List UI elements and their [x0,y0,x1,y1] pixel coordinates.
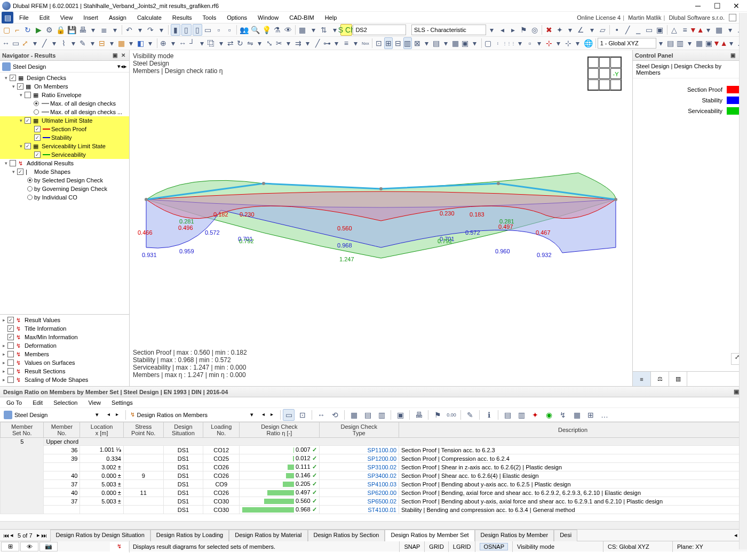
tmenu-selection[interactable]: Selection [48,398,83,407]
chevron-down-icon[interactable]: ▾ [156,24,166,36]
node-icon[interactable]: • [612,24,622,36]
res-k-icon[interactable]: ▫ [526,37,534,49]
panel-bottom-icon[interactable]: ▭ [203,24,213,36]
globe-icon[interactable]: 🌐 [583,37,593,49]
sch-badge[interactable]: S Ch [340,24,352,36]
chevron-down-icon[interactable]: ▾ [332,37,341,49]
menu-calculate[interactable]: Calculate [132,13,167,22]
search-icon[interactable]: 🔍 [250,24,260,36]
chevron-down-icon[interactable]: ▾ [725,24,735,36]
res-d-icon[interactable]: ▥ [403,37,412,49]
chevron-down-icon[interactable]: ▾ [352,37,360,49]
viewport[interactable]: Visibility mode Steel Design Members | D… [130,50,632,386]
app-menu-icon[interactable]: ▤ [2,12,13,23]
x-icon[interactable]: ✖ [544,24,553,36]
menu-file[interactable]: File [14,13,34,22]
spline-icon[interactable]: ⌇ [59,37,68,49]
arrow-right-icon[interactable]: ▸ [508,24,518,36]
rotate-icon[interactable]: ↻ [236,37,244,49]
ico[interactable]: ℹ [483,409,495,421]
surface-icon[interactable]: ▭ [644,24,654,36]
osnap-toggle[interactable]: OSNAP [475,541,512,552]
arrow-left-icon[interactable]: ◂ [105,411,112,419]
run-icon[interactable]: ▶ [34,24,43,36]
menu-options[interactable]: Options [221,13,252,22]
cs-combo[interactable] [598,38,656,49]
panel-float-icon[interactable]: ▣ [734,388,739,395]
menu-assign[interactable]: Assign [104,13,132,22]
ico[interactable]: ▦ [571,409,583,421]
res-c-icon[interactable]: ⊟ [394,37,402,49]
chevron-down-icon[interactable]: ▾ [554,37,563,49]
chevron-down-icon[interactable]: ▾ [169,37,177,49]
scrollbar-horizontal[interactable] [0,521,747,529]
tmenu-go-to[interactable]: Go To [1,398,27,407]
tab-4[interactable]: Design Ratios by Member Set [385,530,474,541]
chevron-down-icon[interactable]: ▾ [197,37,206,49]
save-icon[interactable]: 💾 [67,24,77,36]
more-icon[interactable]: … [599,409,610,421]
ico[interactable]: ▥ [376,409,387,421]
cube-icon[interactable]: ◧ [136,37,145,49]
sort-icon[interactable]: ⇅ [319,24,329,36]
chevron-down-icon[interactable]: ▾ [308,24,318,36]
chevron-down-icon[interactable]: ▾ [587,24,597,36]
ico[interactable]: ▣ [394,409,406,421]
table-row[interactable]: 375.003 ± DS1CO9 0.205 ✓ SP4100.03Sectio… [1,480,747,489]
menu-window[interactable]: Window [252,13,284,22]
chevron-down-icon[interactable]: ▾ [657,37,665,49]
member-icon[interactable]: ⎯ [633,24,643,36]
scrollbar-vertical[interactable] [739,422,747,521]
chevron-down-icon[interactable]: ▾ [304,37,312,49]
tab-3[interactable]: Design Ratios by Section [308,530,385,541]
results-table[interactable]: MemberSet No.MemberNo.Locationx [m]Stres… [0,422,747,521]
cp-tab-chart[interactable]: ▥ [669,372,687,386]
v3-icon[interactable]: ▦ [695,37,704,49]
ds-combo[interactable] [353,25,406,35]
support-icon[interactable]: △ [669,24,679,36]
ico[interactable]: ▦ [348,409,360,421]
brush-icon[interactable]: ✎ [78,37,87,49]
nxx-icon[interactable]: Nxx [361,37,370,49]
ico[interactable]: ⟲ [329,409,341,421]
cursor-icon[interactable]: ↔ [2,37,10,49]
view-cube[interactable]: -Y [587,57,622,91]
res-j-icon[interactable]: ↕ [494,37,502,49]
v1-icon[interactable]: ▤ [666,37,675,49]
arrow-left-icon[interactable]: ◂ [259,411,267,419]
arrow-right-icon[interactable]: ▸ [124,63,127,70]
res-g-icon[interactable]: ▦ [451,37,460,49]
zoom-icon[interactable]: ⤢ [21,37,29,49]
tab-1[interactable]: Design Ratios by Loading [150,530,229,541]
chevron-down-icon[interactable]: ▾ [535,37,544,49]
undo-icon[interactable]: ↶ [124,24,134,36]
res-f-icon[interactable]: ▤ [432,37,441,49]
ico[interactable]: ↯ [557,409,569,421]
mirror-icon[interactable]: ⇋ [245,37,254,49]
v5-icon[interactable]: ▼▲ [714,37,726,49]
ico[interactable]: ◉ [543,409,555,421]
v4-icon[interactable]: ▣ [705,37,713,49]
panel-y-icon[interactable]: ▫ [225,24,234,36]
res-e-icon[interactable]: ⊠ [413,37,422,49]
prev-icon[interactable]: ◂ [10,532,13,539]
offset-icon[interactable]: ≡ [342,37,351,49]
next-icon[interactable]: ▸ [37,532,40,539]
bulb-icon[interactable]: 💡 [261,24,272,36]
ico[interactable]: ▤ [502,409,513,421]
xxx-icon[interactable]: ⋮⋮⋮ [503,37,515,49]
mark-icon[interactable]: ▼▲ [691,24,703,36]
tab-prev-icon[interactable]: ◂ [732,532,740,539]
chevron-down-icon[interactable]: ▾ [135,24,145,36]
tab-5[interactable]: Design Ratios by Member [475,530,554,541]
flag-icon[interactable]: ⚑ [519,24,528,36]
menu-results[interactable]: Results [167,13,197,22]
table-addon-select[interactable]: Steel Design ▾ [1,409,101,421]
menu-help[interactable]: Help [320,13,343,22]
table-view-select[interactable]: ↯ Design Ratios on Members ▾ [128,410,256,420]
close-button[interactable]: ✕ [732,2,741,10]
gear-icon[interactable]: ⚙ [45,24,54,36]
chevron-down-icon[interactable]: ▾ [256,37,264,49]
v2-icon[interactable]: ▥ [676,37,685,49]
panel-float-icon[interactable]: ▣ [729,52,736,59]
